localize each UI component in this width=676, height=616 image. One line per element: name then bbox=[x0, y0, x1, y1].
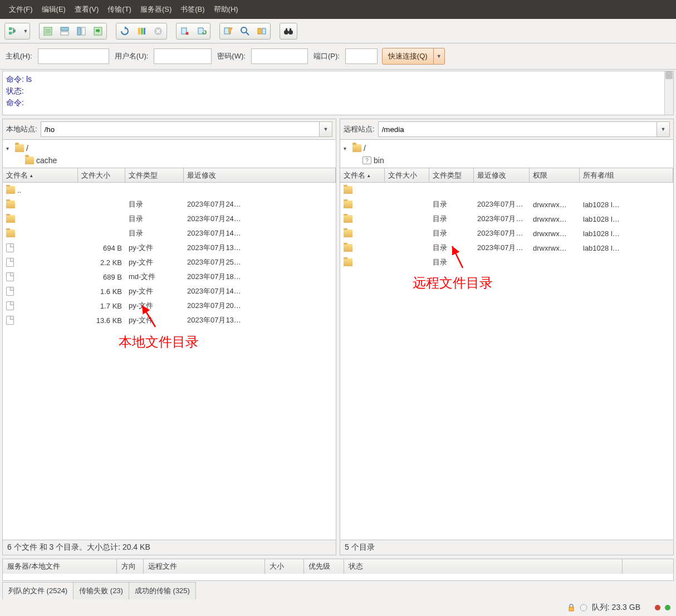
table-row[interactable] bbox=[340, 183, 673, 197]
col-owner[interactable]: 所有者/组 bbox=[580, 168, 673, 182]
table-row[interactable]: 目录2023年07月…drwxrwx…lab1028 l… bbox=[340, 226, 673, 241]
table-row[interactable]: 1.6 KBpy-文件2023年07月14… bbox=[3, 284, 336, 299]
tree-collapse-icon[interactable]: ▾ bbox=[344, 145, 350, 151]
col-permissions[interactable]: 权限 bbox=[530, 168, 580, 182]
queue-col[interactable]: 优先级 bbox=[304, 559, 344, 574]
table-row[interactable]: 目录2023年07月24… bbox=[3, 212, 336, 226]
col-filetype[interactable]: 文件类型 bbox=[125, 168, 184, 182]
toggle-remote-tree-icon[interactable] bbox=[73, 23, 90, 39]
tab-queued-files[interactable]: 列队的文件 (2524) bbox=[2, 582, 74, 599]
binoculars-icon[interactable] bbox=[280, 23, 297, 39]
refresh-icon[interactable] bbox=[116, 23, 133, 39]
table-row[interactable]: 目录2023年07月14… bbox=[3, 226, 336, 241]
table-row[interactable]: 2.2 KBpy-文件2023年07月25… bbox=[3, 255, 336, 270]
site-manager-icon[interactable] bbox=[5, 23, 22, 39]
queue-col[interactable]: 服务器/本地文件 bbox=[3, 559, 117, 574]
remote-panel: 远程站点: ▼ ▾/ ?bin 文件名▴ 文件大小 文件类型 最近修改 权限 所… bbox=[340, 119, 674, 555]
table-row[interactable]: 目录2023年07月…drwxrwx…lab1028 l… bbox=[340, 212, 673, 226]
tree-collapse-icon[interactable]: ▾ bbox=[6, 145, 13, 151]
reconnect-icon[interactable] bbox=[193, 23, 210, 39]
status-dot-red-icon bbox=[655, 605, 660, 610]
queue-col[interactable]: 大小 bbox=[265, 559, 304, 574]
tab-successful-transfers[interactable]: 成功的传输 (325) bbox=[129, 582, 196, 599]
toggle-log-icon[interactable] bbox=[40, 23, 56, 39]
local-path-dropdown-icon[interactable]: ▼ bbox=[319, 121, 332, 137]
local-file-list: 文件名▴ 文件大小 文件类型 最近修改 ..目录2023年07月24…目录202… bbox=[3, 168, 336, 540]
queue-col[interactable]: 远程文件 bbox=[144, 559, 265, 574]
username-input[interactable] bbox=[154, 48, 212, 64]
file-icon bbox=[6, 316, 14, 325]
queue-col[interactable]: 方向 bbox=[117, 559, 144, 574]
host-input[interactable] bbox=[38, 48, 109, 64]
toggle-queue-icon[interactable] bbox=[90, 23, 106, 39]
remote-tree[interactable]: ▾/ ?bin bbox=[340, 139, 673, 168]
col-filename[interactable]: 文件名▴ bbox=[3, 168, 78, 182]
table-row[interactable]: 目录2023年07月…drwxrwx…lab1028 l… bbox=[340, 241, 673, 255]
local-tree[interactable]: ▾/ cache bbox=[3, 139, 336, 168]
tree-node[interactable]: cache bbox=[36, 156, 57, 165]
col-filesize[interactable]: 文件大小 bbox=[78, 168, 125, 182]
file-icon bbox=[6, 243, 14, 252]
menu-help[interactable]: 帮助(H) bbox=[209, 2, 243, 17]
menu-edit[interactable]: 编辑(E) bbox=[37, 2, 70, 17]
disconnect-icon[interactable] bbox=[177, 23, 193, 39]
queue-tabs: 列队的文件 (2524) 传输失败 (23) 成功的传输 (325) bbox=[0, 582, 676, 599]
svg-rect-22 bbox=[262, 28, 266, 34]
port-label: 端口(P): bbox=[312, 51, 341, 61]
cancel-icon[interactable] bbox=[150, 23, 166, 39]
queue-size: 队列: 23.3 GB bbox=[592, 603, 640, 613]
table-row[interactable]: 694 Bpy-文件2023年07月13… bbox=[3, 241, 336, 255]
log-scrollbar[interactable] bbox=[664, 71, 673, 115]
queue-col[interactable]: 状态 bbox=[344, 559, 623, 574]
unknown-folder-icon: ? bbox=[363, 157, 371, 164]
quickconnect-dropdown-icon[interactable]: ▼ bbox=[434, 48, 445, 65]
search-icon[interactable] bbox=[237, 23, 253, 39]
table-row[interactable]: .. bbox=[3, 183, 336, 197]
menu-server[interactable]: 服务器(S) bbox=[136, 2, 176, 17]
col-modified[interactable]: 最近修改 bbox=[184, 168, 336, 182]
local-path-input[interactable] bbox=[41, 121, 319, 137]
table-row[interactable]: 目录2023年07月…drwxrwx…lab1028 l… bbox=[340, 197, 673, 212]
col-filename[interactable]: 文件名▴ bbox=[340, 168, 385, 182]
folder-icon bbox=[6, 229, 15, 237]
annotation-remote: 远程文件目录 bbox=[413, 274, 493, 292]
message-log[interactable]: 命令: ls 状态: 命令: bbox=[2, 71, 674, 115]
col-filetype[interactable]: 文件类型 bbox=[429, 168, 474, 182]
filter-icon[interactable] bbox=[220, 23, 237, 39]
table-row[interactable]: 目录2023年07月24… bbox=[3, 197, 336, 212]
folder-icon bbox=[6, 186, 15, 194]
toggle-local-tree-icon[interactable] bbox=[56, 23, 73, 39]
table-row[interactable]: 689 Bmd-文件2023年07月18… bbox=[3, 270, 336, 284]
menu-bookmarks[interactable]: 书签(B) bbox=[176, 2, 209, 17]
site-manager-dropdown-icon[interactable]: ▼ bbox=[22, 28, 30, 34]
folder-icon bbox=[6, 201, 15, 208]
password-input[interactable] bbox=[251, 48, 308, 64]
svg-rect-16 bbox=[182, 28, 187, 34]
log-label: 状态: bbox=[6, 85, 24, 97]
menu-view[interactable]: 查看(V) bbox=[70, 2, 103, 17]
port-input[interactable] bbox=[345, 48, 378, 64]
col-modified[interactable]: 最近修改 bbox=[474, 168, 530, 182]
process-queue-icon[interactable] bbox=[133, 23, 150, 39]
col-filesize[interactable]: 文件大小 bbox=[385, 168, 429, 182]
tab-failed-transfers[interactable]: 传输失败 (23) bbox=[73, 582, 129, 599]
folder-icon bbox=[344, 229, 352, 237]
menu-transfer[interactable]: 传输(T) bbox=[103, 2, 136, 17]
table-row[interactable]: 1.7 KBpy-文件2023年07月20… bbox=[3, 299, 336, 313]
folder-icon bbox=[344, 186, 352, 194]
remote-path-input[interactable] bbox=[378, 121, 657, 137]
tree-node[interactable]: bin bbox=[374, 156, 384, 165]
table-row[interactable]: 13.6 KBpy-文件2023年07月13… bbox=[3, 313, 336, 327]
password-label: 密码(W): bbox=[216, 51, 247, 61]
svg-rect-7 bbox=[61, 27, 68, 31]
empty-icon bbox=[580, 604, 587, 612]
tree-node[interactable]: / bbox=[364, 144, 366, 153]
quickconnect-button[interactable]: 快速连接(Q) bbox=[382, 48, 434, 65]
remote-path-dropdown-icon[interactable]: ▼ bbox=[657, 121, 670, 137]
status-bar: 队列: 23.3 GB bbox=[0, 599, 676, 616]
local-summary: 6 个文件 和 3 个目录。大小总计: 20.4 KB bbox=[3, 540, 336, 555]
table-row[interactable]: 目录 bbox=[340, 255, 673, 270]
menu-file[interactable]: 文件(F) bbox=[4, 2, 37, 17]
compare-icon[interactable] bbox=[253, 23, 270, 39]
tree-node[interactable]: / bbox=[26, 144, 28, 153]
